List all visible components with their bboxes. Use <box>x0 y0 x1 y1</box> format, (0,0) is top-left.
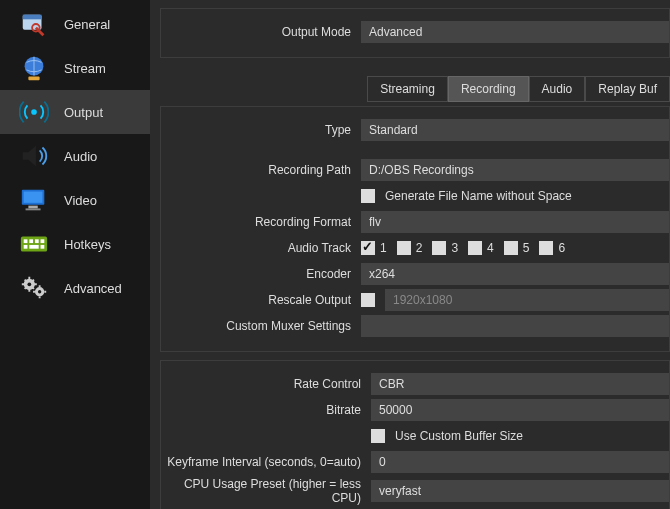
recording-format-select[interactable]: flv <box>361 211 669 233</box>
tab-replay-buffer[interactable]: Replay Buf <box>585 76 670 102</box>
rescale-label: Rescale Output <box>161 293 361 307</box>
keyframe-input[interactable]: 0 <box>371 451 669 473</box>
output-tabs: Streaming Recording Audio Replay Buf <box>154 76 670 102</box>
svg-rect-7 <box>24 192 43 203</box>
settings-main: Output Mode Advanced Streaming Recording… <box>150 0 670 509</box>
output-mode-box: Output Mode Advanced <box>160 8 670 58</box>
custom-buffer-checkbox[interactable] <box>371 429 385 443</box>
audio-track-label: Audio Track <box>161 241 361 255</box>
sidebar-item-label: Output <box>64 105 103 120</box>
recording-path-input[interactable]: D:/OBS Recordings <box>361 159 669 181</box>
svg-point-21 <box>38 290 41 293</box>
svg-rect-10 <box>21 237 47 252</box>
broadcast-icon <box>18 96 50 128</box>
svg-rect-8 <box>28 206 37 209</box>
track-5-checkbox[interactable] <box>504 241 518 255</box>
bitrate-label: Bitrate <box>161 403 371 417</box>
rate-control-select[interactable]: CBR <box>371 373 669 395</box>
track-6-checkbox[interactable] <box>539 241 553 255</box>
track-3-checkbox[interactable] <box>432 241 446 255</box>
monitor-icon <box>18 184 50 216</box>
gears-icon <box>18 272 50 304</box>
rescale-input[interactable]: 1920x1080 <box>385 289 669 311</box>
sidebar-item-label: Advanced <box>64 281 122 296</box>
svg-rect-13 <box>35 239 39 243</box>
speaker-icon <box>18 140 50 172</box>
muxer-input[interactable] <box>361 315 669 337</box>
svg-rect-17 <box>41 245 45 249</box>
encoder-label: Encoder <box>161 267 361 281</box>
settings-sidebar: General Stream Output Audio Video Hotkey… <box>0 0 150 509</box>
track-1-checkbox[interactable] <box>361 241 375 255</box>
sidebar-item-advanced[interactable]: Advanced <box>0 266 150 310</box>
svg-point-5 <box>31 109 37 115</box>
sidebar-item-label: Audio <box>64 149 97 164</box>
recording-type-select[interactable]: Standard <box>361 119 669 141</box>
wrench-icon <box>18 8 50 40</box>
svg-rect-1 <box>23 15 42 20</box>
encoder-select[interactable]: x264 <box>361 263 669 285</box>
sidebar-item-output[interactable]: Output <box>0 90 150 134</box>
sidebar-item-general[interactable]: General <box>0 2 150 46</box>
svg-point-19 <box>27 282 31 286</box>
tab-streaming[interactable]: Streaming <box>367 76 448 102</box>
svg-rect-12 <box>29 239 33 243</box>
keyframe-label: Keyframe Interval (seconds, 0=auto) <box>161 455 371 469</box>
sidebar-item-video[interactable]: Video <box>0 178 150 222</box>
muxer-label: Custom Muxer Settings <box>161 319 361 333</box>
track-4-checkbox[interactable] <box>468 241 482 255</box>
recording-settings-box: Type Standard Recording Path D:/OBS Reco… <box>160 106 670 352</box>
bitrate-input[interactable]: 50000 <box>371 399 669 421</box>
sidebar-item-label: Stream <box>64 61 106 76</box>
output-mode-label: Output Mode <box>161 25 361 39</box>
sidebar-item-label: Video <box>64 193 97 208</box>
svg-rect-16 <box>29 245 38 249</box>
cpu-preset-select[interactable]: veryfast <box>371 480 669 502</box>
sidebar-item-hotkeys[interactable]: Hotkeys <box>0 222 150 266</box>
rate-control-label: Rate Control <box>161 377 371 391</box>
custom-buffer-label: Use Custom Buffer Size <box>395 429 523 443</box>
svg-rect-11 <box>24 239 28 243</box>
svg-rect-14 <box>41 239 45 243</box>
type-label: Type <box>161 123 361 137</box>
svg-rect-4 <box>28 76 39 80</box>
audio-track-group: 1 2 3 4 5 6 <box>361 241 565 255</box>
nospace-label: Generate File Name without Space <box>385 189 572 203</box>
tab-audio[interactable]: Audio <box>529 76 586 102</box>
tab-recording[interactable]: Recording <box>448 76 529 102</box>
svg-rect-9 <box>26 208 41 210</box>
rescale-checkbox[interactable] <box>361 293 375 307</box>
globe-icon <box>18 52 50 84</box>
sidebar-item-audio[interactable]: Audio <box>0 134 150 178</box>
cpu-preset-label: CPU Usage Preset (higher = less CPU) <box>161 477 371 505</box>
track-2-checkbox[interactable] <box>397 241 411 255</box>
nospace-checkbox[interactable] <box>361 189 375 203</box>
sidebar-item-label: General <box>64 17 110 32</box>
sidebar-item-label: Hotkeys <box>64 237 111 252</box>
encoder-settings-box: Rate Control CBR Bitrate 50000 Use Custo… <box>160 360 670 509</box>
keyboard-icon <box>18 228 50 260</box>
sidebar-item-stream[interactable]: Stream <box>0 46 150 90</box>
svg-rect-15 <box>24 245 28 249</box>
recording-format-label: Recording Format <box>161 215 361 229</box>
output-mode-select[interactable]: Advanced <box>361 21 669 43</box>
recording-path-label: Recording Path <box>161 163 361 177</box>
